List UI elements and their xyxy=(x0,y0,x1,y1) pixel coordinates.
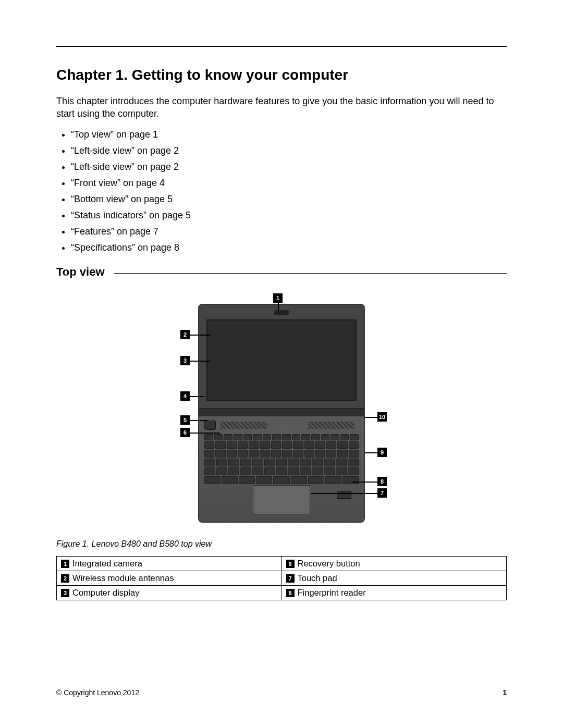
legend-num: 3 xyxy=(61,589,69,597)
callout-5: 5 xyxy=(180,415,190,425)
page-footer: © Copyright Lenovo 2012 1 xyxy=(56,688,507,697)
callout-9: 9 xyxy=(377,448,387,457)
leader-4 xyxy=(190,396,204,397)
leader-6 xyxy=(190,433,220,434)
legend-num: 2 xyxy=(61,574,69,583)
toc-item: “Bottom view” on page 5 xyxy=(71,192,507,206)
callout-8: 8 xyxy=(377,477,387,486)
legend-label: Touch pad xyxy=(298,573,337,583)
toc-item: “Left-side view” on page 2 xyxy=(71,160,507,174)
copyright-text: © Copyright Lenovo 2012 xyxy=(56,688,139,697)
leader-7 xyxy=(311,493,377,494)
legend-cell: 2Wireless module antennas xyxy=(57,571,282,585)
page-number: 1 xyxy=(503,688,507,697)
figure-caption: Figure 1. Lenovo B480 and B580 top view xyxy=(56,539,507,549)
legend-label: Recovery button xyxy=(298,559,360,568)
callout-3: 3 xyxy=(180,356,190,365)
legend-cell: 8Fingerprint reader xyxy=(282,585,507,600)
callout-10: 10 xyxy=(377,412,387,422)
figure-container: 1 2 3 4 5 6 10 9 8 7 xyxy=(56,293,507,530)
section-header: Top view xyxy=(56,265,507,279)
legend-cell: 7Touch pad xyxy=(282,571,507,585)
table-row: 3Computer display 8Fingerprint reader xyxy=(57,585,507,600)
toc-item: “Left-side view” on page 2 xyxy=(71,144,507,158)
intro-paragraph: This chapter introduces the computer har… xyxy=(56,95,507,120)
legend-num: 6 xyxy=(286,560,295,568)
legend-table: 1Integrated camera 6Recovery button 2Wir… xyxy=(56,556,507,600)
leader-5 xyxy=(190,420,207,421)
table-row: 2Wireless module antennas 7Touch pad xyxy=(57,571,507,585)
chapter-title: Chapter 1. Getting to know your computer xyxy=(56,67,507,83)
section-rule xyxy=(114,273,507,274)
legend-num: 7 xyxy=(286,574,295,583)
toc-item: “Features” on page 7 xyxy=(71,225,507,239)
legend-cell: 3Computer display xyxy=(57,585,282,600)
leader-1 xyxy=(278,303,279,310)
leader-2 xyxy=(190,335,211,336)
toc-item: “Specifications” on page 8 xyxy=(71,241,507,255)
callout-7: 7 xyxy=(377,488,387,498)
laptop-diagram: 1 2 3 4 5 6 10 9 8 7 xyxy=(162,293,401,528)
callout-2: 2 xyxy=(180,330,190,339)
legend-cell: 1Integrated camera xyxy=(57,556,282,571)
leader-3 xyxy=(190,361,211,362)
toc-item: “Status indicators” on page 5 xyxy=(71,208,507,223)
legend-label: Integrated camera xyxy=(72,559,142,568)
toc-item: “Top view” on page 1 xyxy=(71,128,507,142)
leader-8 xyxy=(352,482,377,483)
leader-10 xyxy=(365,417,377,418)
callout-1: 1 xyxy=(273,293,283,303)
legend-cell: 6Recovery button xyxy=(282,556,507,571)
toc-item: “Front view” on page 4 xyxy=(71,176,507,190)
leader-9 xyxy=(365,452,377,453)
top-rule xyxy=(56,46,507,47)
legend-label: Wireless module antennas xyxy=(72,573,174,583)
legend-num: 1 xyxy=(61,560,69,568)
callout-4: 4 xyxy=(180,391,190,401)
legend-label: Fingerprint reader xyxy=(298,588,366,597)
section-title: Top view xyxy=(56,265,105,279)
callout-6: 6 xyxy=(180,428,190,437)
legend-num: 8 xyxy=(286,589,295,597)
toc-list: “Top view” on page 1 “Left-side view” on… xyxy=(56,128,507,255)
legend-label: Computer display xyxy=(72,588,139,597)
table-row: 1Integrated camera 6Recovery button xyxy=(57,556,507,571)
